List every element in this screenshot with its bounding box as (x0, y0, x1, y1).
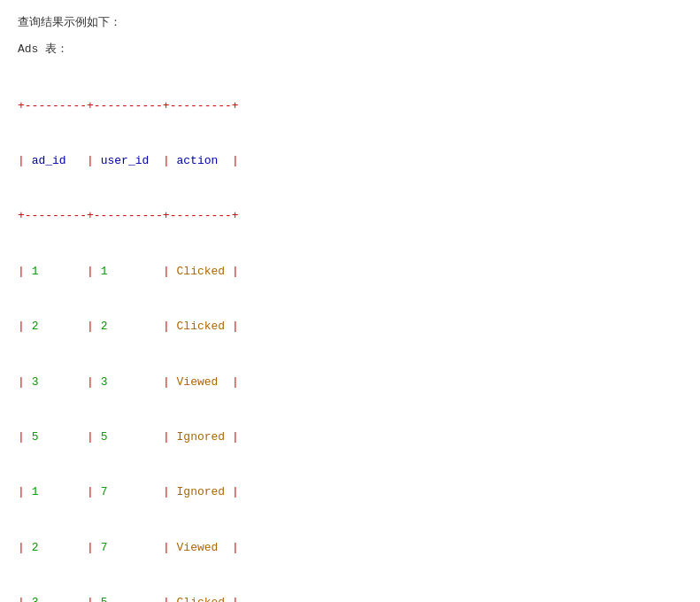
ads-table-block: +---------+----------+---------+ | ad_id… (18, 60, 682, 602)
page-container: 查询结果示例如下： Ads 表： +---------+----------+-… (0, 0, 700, 602)
ads-row-4: | 1 | 7 | Ignored | (18, 483, 682, 502)
intro-text: 查询结果示例如下： (18, 14, 682, 30)
ads-row-3: | 5 | 5 | Ignored | (18, 428, 682, 447)
ads-row-5: | 2 | 7 | Viewed | (18, 539, 682, 558)
ads-row-6: | 3 | 5 | Clicked | (18, 594, 682, 602)
ads-header-row: | ad_id | user_id | action | (18, 152, 682, 171)
ads-row-0: | 1 | 1 | Clicked | (18, 263, 682, 282)
ads-row-2: | 3 | 3 | Viewed | (18, 374, 682, 392)
ads-sep-top: +---------+----------+---------+ (18, 97, 682, 116)
ads-sep-mid: +---------+----------+---------+ (18, 207, 682, 226)
ads-table-label: Ads 表： (18, 41, 682, 57)
ads-row-1: | 2 | 2 | Clicked | (18, 318, 682, 336)
